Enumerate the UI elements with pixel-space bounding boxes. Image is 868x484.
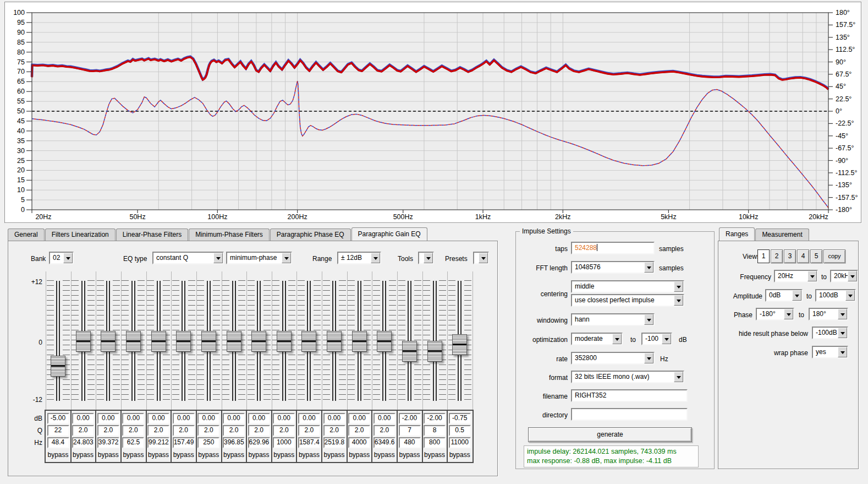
band-13-freq-field[interactable]: 4000 bbox=[348, 437, 370, 448]
band-13-slider-knob[interactable] bbox=[352, 331, 367, 352]
band-3-gain-field[interactable]: 0.00 bbox=[97, 413, 119, 424]
frequency-from-select[interactable]: 20Hz bbox=[774, 270, 818, 282]
band-6-freq-field[interactable]: 157.49 bbox=[173, 437, 195, 448]
band-4-bypass-button[interactable]: bypass bbox=[121, 450, 145, 461]
band-9-gain-field[interactable]: 0.00 bbox=[248, 413, 270, 424]
band-16-freq-field[interactable]: 800 bbox=[424, 437, 446, 448]
band-13-gain-field[interactable]: 0.00 bbox=[348, 413, 370, 424]
band-11-freq-field[interactable]: 1587.4 bbox=[298, 437, 320, 448]
view-3-button[interactable]: 3 bbox=[784, 249, 796, 263]
band-16-gain-field[interactable]: -2.00 bbox=[424, 413, 446, 424]
band-10-q-field[interactable]: 2.0 bbox=[273, 425, 295, 436]
band-9-q-field[interactable]: 2.0 bbox=[248, 425, 270, 436]
band-17-bypass-button[interactable]: bypass bbox=[448, 450, 472, 461]
band-17-freq-field[interactable]: 11000 bbox=[449, 437, 471, 448]
band-2-slider-knob[interactable] bbox=[76, 331, 91, 352]
band-12-freq-field[interactable]: 2519.8 bbox=[323, 437, 345, 448]
tab-paragraphic-phase-eq[interactable]: Paragraphic Phase EQ bbox=[270, 229, 351, 241]
chevron-down-icon[interactable] bbox=[644, 353, 653, 363]
wrap-phase-select[interactable]: yes bbox=[812, 346, 848, 358]
amplitude-to-select[interactable]: 100dB bbox=[815, 289, 856, 302]
view-5-button[interactable]: 5 bbox=[810, 249, 822, 263]
chevron-down-icon[interactable] bbox=[848, 271, 857, 281]
tab-paragraphic-gain-eq[interactable]: Paragraphic Gain EQ bbox=[351, 227, 427, 241]
tools-select[interactable] bbox=[418, 252, 434, 264]
view-2-button[interactable]: 2 bbox=[771, 249, 783, 263]
range-select[interactable]: ± 12dB bbox=[337, 252, 381, 264]
band-16-bypass-button[interactable]: bypass bbox=[422, 450, 447, 461]
band-14-bypass-button[interactable]: bypass bbox=[372, 450, 397, 461]
windowing-select[interactable]: hann bbox=[571, 313, 655, 326]
band-2-q-field[interactable]: 2.0 bbox=[72, 425, 94, 436]
phase-from-select[interactable]: -180° bbox=[756, 308, 794, 320]
band-17-q-field[interactable]: 0.5 bbox=[449, 425, 471, 436]
band-17-gain-field[interactable]: -0.75 bbox=[449, 413, 471, 424]
band-7-freq-field[interactable]: 250 bbox=[197, 437, 219, 448]
band-9-bypass-button[interactable]: bypass bbox=[247, 450, 271, 461]
band-9-slider-knob[interactable] bbox=[251, 331, 266, 352]
chevron-down-icon[interactable] bbox=[612, 334, 622, 344]
amplitude-from-select[interactable]: 0dB bbox=[765, 289, 803, 302]
eq-phase-select[interactable]: minimum-phase bbox=[226, 252, 292, 264]
band-1-slider-track[interactable] bbox=[56, 281, 60, 401]
fft-length-select[interactable]: 1048576 bbox=[571, 261, 655, 274]
centering-select[interactable]: middle bbox=[571, 280, 684, 293]
chevron-down-icon[interactable] bbox=[838, 309, 847, 319]
band-3-q-field[interactable]: 2.0 bbox=[97, 425, 119, 436]
band-14-q-field[interactable]: 2.0 bbox=[373, 425, 395, 436]
band-3-bypass-button[interactable]: bypass bbox=[96, 450, 120, 461]
band-8-slider-knob[interactable] bbox=[227, 331, 241, 352]
band-10-gain-field[interactable]: 0.00 bbox=[273, 413, 295, 424]
presets-select[interactable] bbox=[473, 252, 489, 264]
directory-input[interactable] bbox=[571, 408, 688, 421]
band-14-gain-field[interactable]: 0.00 bbox=[373, 413, 395, 424]
tab-minimum-phase-filters[interactable]: Minimum-Phase Filters bbox=[189, 229, 270, 241]
chevron-down-icon[interactable] bbox=[424, 253, 433, 263]
band-6-q-field[interactable]: 2.0 bbox=[173, 425, 195, 436]
band-7-gain-field[interactable]: 0.00 bbox=[197, 413, 219, 424]
hide-result-phase-select[interactable]: -100dB bbox=[812, 327, 848, 339]
bank-select[interactable]: 02 bbox=[49, 252, 74, 264]
band-16-slider-knob[interactable] bbox=[427, 341, 442, 362]
chevron-down-icon[interactable] bbox=[644, 314, 653, 325]
band-5-slider-knob[interactable] bbox=[151, 331, 166, 352]
format-select[interactable]: 32 bits IEEE mono (.wav) bbox=[571, 371, 684, 383]
band-11-q-field[interactable]: 2.0 bbox=[298, 425, 320, 436]
band-15-bypass-button[interactable]: bypass bbox=[398, 450, 422, 461]
band-8-gain-field[interactable]: 0.00 bbox=[223, 413, 245, 424]
band-2-gain-field[interactable]: 0.00 bbox=[72, 413, 94, 424]
band-15-freq-field[interactable]: 480 bbox=[399, 437, 421, 448]
band-3-freq-field[interactable]: 39.372 bbox=[97, 437, 119, 448]
chevron-down-icon[interactable] bbox=[674, 295, 683, 306]
band-10-bypass-button[interactable]: bypass bbox=[272, 450, 296, 461]
generate-button[interactable]: generate bbox=[528, 427, 692, 442]
band-5-bypass-button[interactable]: bypass bbox=[146, 450, 171, 461]
optimization-db-select[interactable]: -100 bbox=[641, 333, 672, 345]
band-11-gain-field[interactable]: 0.00 bbox=[298, 413, 320, 424]
band-1-q-field[interactable]: 22 bbox=[47, 425, 69, 436]
band-6-gain-field[interactable]: 0.00 bbox=[173, 413, 195, 424]
view-4-button[interactable]: 4 bbox=[797, 249, 809, 263]
band-1-slider-knob[interactable] bbox=[51, 356, 65, 377]
chevron-down-icon[interactable] bbox=[838, 328, 847, 338]
phase-to-select[interactable]: 180° bbox=[809, 308, 848, 320]
chevron-down-icon[interactable] bbox=[662, 334, 671, 344]
band-5-gain-field[interactable]: 0.00 bbox=[147, 413, 169, 424]
tab-ranges[interactable]: Ranges bbox=[719, 227, 755, 241]
band-1-bypass-button[interactable]: bypass bbox=[46, 450, 70, 461]
band-2-bypass-button[interactable]: bypass bbox=[71, 450, 95, 461]
chevron-down-icon[interactable] bbox=[807, 271, 817, 281]
chevron-down-icon[interactable] bbox=[282, 253, 291, 263]
band-7-bypass-button[interactable]: bypass bbox=[196, 450, 221, 461]
band-5-q-field[interactable]: 2.0 bbox=[147, 425, 169, 436]
band-12-bypass-button[interactable]: bypass bbox=[322, 450, 347, 461]
band-9-freq-field[interactable]: 629.96 bbox=[248, 437, 270, 448]
chevron-down-icon[interactable] bbox=[784, 309, 793, 319]
band-12-q-field[interactable]: 2.0 bbox=[323, 425, 345, 436]
band-14-freq-field[interactable]: 6349.6 bbox=[373, 437, 395, 448]
band-6-bypass-button[interactable]: bypass bbox=[172, 450, 196, 461]
band-4-q-field[interactable]: 2.0 bbox=[122, 425, 144, 436]
chevron-down-icon[interactable] bbox=[371, 253, 380, 263]
band-10-slider-knob[interactable] bbox=[277, 331, 292, 352]
centering-mode-select[interactable]: use closest perfect impulse bbox=[571, 294, 684, 307]
